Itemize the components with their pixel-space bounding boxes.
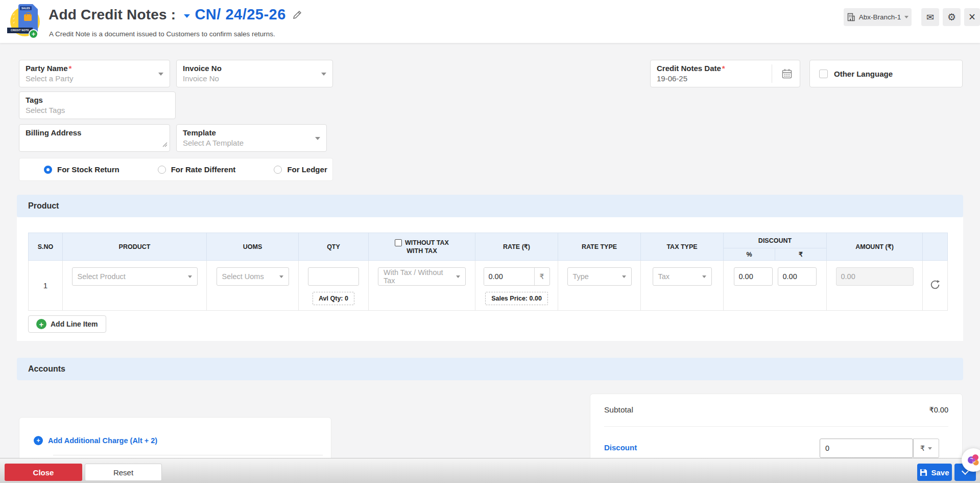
chevron-down-icon <box>321 73 326 76</box>
select-uoms-dropdown[interactable]: Select Uoms <box>217 267 289 286</box>
envelope-icon: ✉ <box>926 12 934 23</box>
radio-icon[interactable] <box>274 166 282 174</box>
col-sno: S.NO <box>29 233 63 261</box>
tags-label: Tags <box>26 95 169 105</box>
qty-input[interactable] <box>308 267 359 286</box>
rate-input[interactable] <box>484 268 534 285</box>
col-rate-type: RATE TYPE <box>558 233 641 261</box>
calendar-icon[interactable] <box>781 68 793 81</box>
tax-type-dropdown[interactable]: Tax <box>653 267 712 286</box>
other-language-label: Other Language <box>834 69 893 79</box>
without-tax-checkbox[interactable] <box>395 239 402 246</box>
row-sno: 1 <box>29 261 63 311</box>
footer-bar: Close Reset Save <box>0 458 980 483</box>
close-page-button[interactable]: × <box>964 8 980 26</box>
tax-mode-dropdown[interactable]: With Tax / Without Tax <box>378 267 466 286</box>
select-product-dropdown[interactable]: Select Product <box>72 267 198 286</box>
accounts-section-header: Accounts <box>17 358 963 380</box>
radio-selected-icon[interactable] <box>44 166 52 174</box>
page-title: Add Credit Notes : <box>49 7 176 23</box>
page-header: SALES ✓✓✓ CREDIT NOTE + Add Credit Notes… <box>0 0 980 43</box>
rate-input-group: ₹ <box>484 267 550 286</box>
invoice-no-select[interactable]: Invoice No Invoice No <box>176 60 333 87</box>
tags-select[interactable]: Tags Select Tags <box>19 91 176 119</box>
other-language-checkbox[interactable] <box>819 70 828 78</box>
refresh-row-icon[interactable] <box>929 283 941 292</box>
add-additional-charge-link[interactable]: + Add Additional Charge (Alt + 2) <box>34 436 157 445</box>
invoice-no-placeholder: Invoice No <box>183 74 326 84</box>
chevron-down-icon <box>904 16 909 18</box>
col-amount: AMOUNT (₹) <box>827 233 923 261</box>
radio-for-rate-different[interactable]: For Rate Different <box>158 165 236 174</box>
mail-button[interactable]: ✉ <box>921 8 939 26</box>
amount-input <box>836 267 914 286</box>
rupee-suffix: ₹ <box>534 268 549 285</box>
save-button[interactable]: Save <box>917 464 952 481</box>
credit-notes-date-label: Credit Notes Date <box>657 64 721 73</box>
credit-notes-date-field[interactable]: Credit Notes Date* 19-06-25 <box>650 60 800 87</box>
col-uoms: UOMS <box>207 233 299 261</box>
party-name-select[interactable]: Party Name* Select a Party <box>19 60 170 87</box>
reset-button[interactable]: Reset <box>85 464 162 481</box>
branch-selector[interactable]: Abx-Branch-1 <box>844 8 912 26</box>
assistant-logo-icon <box>966 453 980 467</box>
col-rate: RATE (₹) <box>475 233 558 261</box>
col-qty: QTY <box>299 233 369 261</box>
chevron-down-icon <box>622 275 626 278</box>
building-icon <box>847 13 855 21</box>
chevron-down-icon <box>702 275 706 278</box>
discount-total-input[interactable] <box>820 439 913 458</box>
floppy-disk-icon <box>920 469 927 476</box>
rate-type-dropdown[interactable]: Type <box>567 267 632 286</box>
other-language-option[interactable]: Other Language <box>809 60 963 87</box>
invoice-no-label: Invoice No <box>183 63 326 73</box>
available-qty-badge: Avl Qty: 0 <box>313 292 354 305</box>
radio-for-ledger[interactable]: For Ledger <box>274 165 327 174</box>
sales-price-badge: Sales Price: 0.00 <box>485 292 548 305</box>
party-name-label: Party Name <box>26 64 68 73</box>
plus-icon: + <box>36 319 46 329</box>
template-label: Template <box>183 128 320 137</box>
required-asterisk: * <box>722 64 725 73</box>
gear-icon: ⚙ <box>947 11 956 23</box>
subtotal-value: ₹0.00 <box>929 406 948 414</box>
required-asterisk: * <box>69 64 72 73</box>
table-row: 1 Select Product Select Uoms Avl Qty: 0 … <box>29 261 948 311</box>
doc-number-dropdown-icon[interactable] <box>184 14 190 18</box>
credit-note-logo-icon: SALES ✓✓✓ CREDIT NOTE + <box>10 4 44 39</box>
radio-icon[interactable] <box>158 166 166 174</box>
close-button[interactable]: Close <box>5 464 82 481</box>
template-select[interactable]: Template Select A Template <box>176 124 327 152</box>
chevron-down-icon <box>158 73 163 76</box>
col-product: PRODUCT <box>63 233 207 261</box>
discount-amount-input[interactable] <box>778 267 817 286</box>
settings-button[interactable]: ⚙ <box>943 8 961 26</box>
credit-note-type-options: For Stock Return For Rate Different For … <box>19 158 333 181</box>
party-name-placeholder: Select a Party <box>26 74 163 84</box>
product-table: S.NO PRODUCT UOMS QTY WITHOUT TAX WITH T… <box>28 233 948 311</box>
add-line-item-button[interactable]: + Add Line Item <box>28 315 106 333</box>
discount-link[interactable]: Discount <box>604 443 637 452</box>
chevron-down-icon <box>928 447 932 450</box>
col-discount-rupee: ₹ <box>775 248 827 261</box>
chevron-down-icon <box>279 275 283 278</box>
page-subtitle: A Credit Note is a document issued to Cu… <box>49 30 275 38</box>
col-tax-type: TAX TYPE <box>641 233 724 261</box>
billing-address-textarea[interactable]: Billing Address <box>19 124 170 152</box>
resize-handle-icon[interactable] <box>162 140 168 149</box>
product-section-header: Product <box>17 195 963 217</box>
close-icon: × <box>969 10 975 24</box>
edit-doc-number-icon[interactable] <box>292 10 302 22</box>
doc-number[interactable]: CN/ 24/25-26 <box>195 6 286 23</box>
credit-notes-date-value: 19-06-25 <box>657 74 794 84</box>
discount-percent-input[interactable] <box>734 267 773 286</box>
chevron-down-icon <box>315 137 320 140</box>
col-actions <box>923 233 948 261</box>
billing-address-label: Billing Address <box>26 128 163 137</box>
radio-for-stock-return[interactable]: For Stock Return <box>44 165 119 174</box>
branch-name: Abx-Branch-1 <box>859 13 901 21</box>
discount-unit-select[interactable]: ₹ <box>913 439 939 458</box>
subtotal-label: Subtotal <box>604 405 633 415</box>
template-placeholder: Select A Template <box>183 138 320 148</box>
col-discount-percent: % <box>724 248 775 261</box>
